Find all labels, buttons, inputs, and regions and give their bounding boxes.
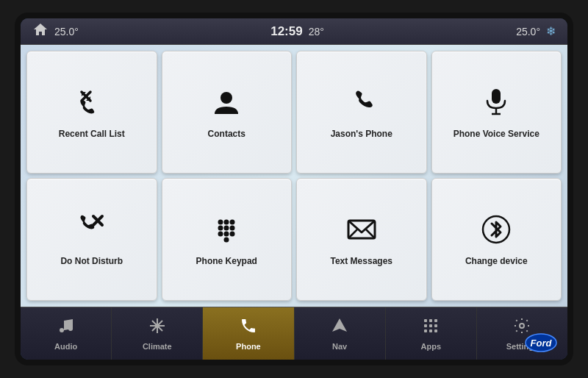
recent-calls-icon — [76, 86, 108, 123]
grid-item-recent-call-list[interactable]: Recent Call List — [26, 51, 157, 174]
ford-logo: Ford — [525, 333, 557, 355]
grid-item-phone-keypad[interactable]: Phone Keypad — [162, 178, 293, 301]
temp-center: 28° — [309, 26, 324, 38]
grid-item-phone-voice-service[interactable]: Phone Voice Service — [431, 51, 562, 174]
svg-point-9 — [230, 220, 235, 225]
nav-arrow-icon — [331, 317, 348, 339]
nav-label: Nav — [332, 342, 347, 351]
temp-right: 25.0° — [516, 26, 540, 38]
svg-point-38 — [520, 324, 524, 328]
do-not-disturb-icon — [76, 213, 108, 250]
svg-point-7 — [218, 220, 223, 225]
contacts-label: Contacts — [208, 129, 245, 139]
envelope-icon — [345, 213, 378, 250]
status-center: 12:59 28° — [270, 24, 324, 39]
svg-rect-37 — [434, 329, 437, 332]
climate-icon — [148, 317, 166, 339]
grid-item-contacts[interactable]: Contacts — [162, 51, 293, 174]
snowflake-icon: ❄ — [546, 24, 556, 38]
svg-rect-31 — [434, 319, 437, 322]
svg-point-11 — [224, 226, 229, 231]
svg-point-22 — [68, 327, 73, 331]
bluetooth-icon — [480, 213, 512, 250]
svg-point-16 — [224, 238, 229, 243]
svg-point-8 — [224, 220, 229, 225]
status-left: 25.0° — [32, 22, 79, 40]
contacts-icon — [210, 86, 243, 123]
svg-line-18 — [348, 229, 357, 238]
keypad-icon — [210, 213, 243, 250]
svg-rect-30 — [429, 319, 432, 322]
main-grid: Recent Call List Contacts — [21, 45, 567, 307]
svg-point-13 — [218, 232, 223, 237]
status-bar: 25.0° 12:59 28° 25.0° ❄ — [21, 18, 567, 45]
climate-label: Climate — [143, 342, 172, 351]
phone-nav-icon — [240, 317, 257, 339]
grid-item-jasons-phone[interactable]: Jason's Phone — [296, 51, 427, 174]
svg-text:Ford: Ford — [531, 338, 553, 349]
time-display: 12:59 — [270, 24, 302, 39]
nav-item-climate[interactable]: Climate — [112, 307, 203, 360]
apps-grid-icon — [422, 317, 440, 339]
outer-bezel: 25.0° 12:59 28° 25.0° ❄ — [15, 13, 573, 365]
phone-voice-service-label: Phone Voice Service — [453, 129, 539, 139]
svg-point-21 — [60, 328, 64, 332]
audio-label: Audio — [54, 342, 77, 351]
music-note-icon — [57, 317, 75, 339]
do-not-disturb-label: Do Not Disturb — [60, 256, 123, 266]
svg-point-27 — [155, 324, 159, 328]
phone-handset-icon — [345, 86, 378, 123]
home-icon[interactable] — [32, 22, 49, 40]
svg-rect-29 — [424, 319, 427, 322]
phone-keypad-label: Phone Keypad — [196, 256, 257, 266]
jasons-phone-label: Jason's Phone — [331, 129, 392, 139]
apps-label: Apps — [421, 342, 442, 351]
microphone-icon — [480, 86, 512, 123]
svg-rect-36 — [429, 329, 432, 332]
change-device-label: Change device — [465, 256, 528, 266]
grid-item-do-not-disturb[interactable]: Do Not Disturb — [26, 178, 157, 301]
svg-rect-34 — [434, 324, 437, 327]
svg-point-14 — [224, 232, 229, 237]
svg-rect-33 — [429, 324, 432, 327]
nav-item-phone[interactable]: Phone — [203, 307, 294, 360]
status-right: 25.0° ❄ — [516, 24, 556, 38]
svg-point-10 — [218, 226, 223, 231]
svg-marker-0 — [34, 24, 47, 35]
svg-rect-32 — [424, 324, 427, 327]
nav-item-nav[interactable]: Nav — [295, 307, 386, 360]
svg-point-12 — [230, 226, 235, 231]
recent-call-list-label: Recent Call List — [59, 129, 125, 139]
grid-item-text-messages[interactable]: Text Messages — [296, 178, 427, 301]
grid-item-change-device[interactable]: Change device — [431, 178, 562, 301]
temp-left: 25.0° — [54, 26, 79, 38]
svg-line-19 — [366, 229, 375, 238]
svg-rect-4 — [492, 89, 501, 104]
svg-rect-35 — [424, 329, 427, 332]
nav-bar: Audio Climate — [21, 307, 567, 360]
svg-point-3 — [220, 92, 232, 104]
text-messages-label: Text Messages — [331, 256, 393, 266]
screen: 25.0° 12:59 28° 25.0° ❄ — [21, 18, 567, 360]
nav-item-audio[interactable]: Audio — [21, 307, 112, 360]
phone-label: Phone — [236, 342, 261, 351]
nav-item-apps[interactable]: Apps — [386, 307, 477, 360]
svg-point-15 — [230, 232, 235, 237]
svg-marker-28 — [332, 318, 347, 332]
